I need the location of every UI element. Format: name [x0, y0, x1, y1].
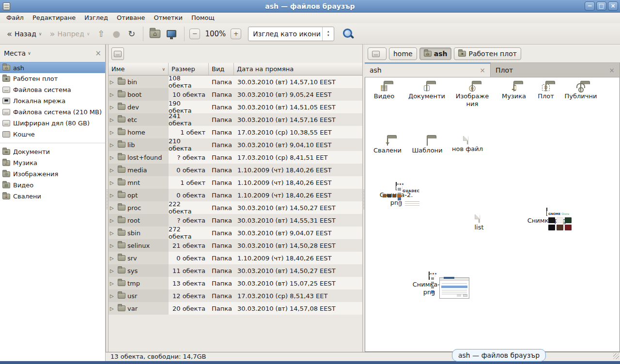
- column-header-name[interactable]: Име ∨: [108, 63, 169, 75]
- expand-arrow-icon[interactable]: [110, 193, 116, 198]
- home-button[interactable]: [148, 26, 162, 42]
- breadcrumb-button[interactable]: ash: [419, 47, 452, 60]
- table-row[interactable]: lost+found ? обекта Папка 17.03.2010 (ср…: [108, 151, 362, 164]
- back-button[interactable]: « Назад ∨: [4, 26, 45, 42]
- file-item-list[interactable]: list: [462, 215, 496, 231]
- table-row[interactable]: bin 108 обекта Папка 30.03.2010 (вт) 14,…: [108, 76, 362, 88]
- table-row[interactable]: media 0 обекта Папка 1.10.2009 (чт) 18,4…: [108, 164, 362, 176]
- menu-item[interactable]: Файл: [2, 13, 28, 23]
- table-row[interactable]: mnt 1 обект Папка 1.10.2009 (чт) 18,40,2…: [108, 176, 362, 189]
- expand-arrow-icon[interactable]: [110, 155, 116, 160]
- table-row[interactable]: lib 210 обекта Папка 30.03.2010 (вт) 9,0…: [108, 138, 362, 151]
- expand-arrow-icon[interactable]: [110, 167, 116, 173]
- expand-arrow-icon[interactable]: [110, 79, 116, 85]
- table-row[interactable]: var 20 обекта Папка 30.03.2010 (вт) 14,5…: [108, 302, 362, 315]
- tab-close-icon[interactable]: ×: [609, 66, 615, 74]
- search-button[interactable]: [342, 28, 355, 40]
- image-item-snimka-2[interactable]: GUADEC Снимка-2.png: [370, 182, 423, 207]
- sidebar-place-item[interactable]: ash: [0, 62, 105, 73]
- table-row[interactable]: srv 0 обекта Папка 1.10.2009 (чт) 18,40,…: [108, 252, 362, 264]
- expand-arrow-icon[interactable]: [110, 105, 116, 110]
- column-header-date[interactable]: Дата на промяна: [234, 63, 362, 75]
- view-mode-select[interactable]: Изглед като икони ▴▾: [248, 27, 334, 41]
- zoom-in-button[interactable]: +: [231, 29, 241, 39]
- image-item-snimka[interactable]: GNOME Store Снимка.png: [520, 208, 574, 225]
- breadcrumb-button[interactable]: home: [389, 47, 417, 60]
- tab-close-icon[interactable]: ×: [480, 66, 485, 74]
- table-row[interactable]: opt 0 обекта Папка 1.10.2009 (чт) 18,40,…: [108, 189, 362, 201]
- menu-item[interactable]: Изглед: [80, 13, 112, 23]
- reload-button[interactable]: ↻: [125, 26, 138, 42]
- up-button[interactable]: ⇧: [94, 26, 108, 42]
- stop-button[interactable]: ●: [110, 26, 124, 42]
- expand-arrow-icon[interactable]: [110, 218, 116, 223]
- tab-plot[interactable]: Плот ×: [491, 62, 620, 77]
- sidebar-place-item[interactable]: Видео: [0, 180, 105, 191]
- folder-item-desktop[interactable]: Плот: [528, 84, 563, 100]
- table-row[interactable]: etc 241 обекта Папка 30.03.2010 (вт) 14,…: [108, 113, 362, 126]
- sidebar-place-item[interactable]: Файлова система (210 MB): [0, 106, 105, 118]
- sidebar-place-item[interactable]: Локална мрежа: [0, 95, 105, 106]
- expand-arrow-icon[interactable]: [110, 92, 116, 97]
- expand-arrow-icon[interactable]: [110, 117, 116, 122]
- minimize-button[interactable]: −: [585, 1, 595, 11]
- column-header-size[interactable]: Размер: [169, 63, 209, 75]
- table-row[interactable]: dev 190 обекта Папка 30.03.2010 (вт) 14,…: [108, 101, 362, 113]
- table-row[interactable]: sys 11 обекта Папка 30.03.2010 (вт) 14,5…: [108, 264, 362, 277]
- expand-arrow-icon[interactable]: [110, 130, 116, 135]
- table-row[interactable]: home 1 обект Папка 17.03.2010 (ср) 10,38…: [108, 126, 362, 138]
- tab-ash[interactable]: ash ×: [365, 62, 491, 77]
- sidebar-place-item[interactable]: Файлова система: [0, 84, 105, 95]
- table-row[interactable]: selinux 21 обекта Папка 30.03.2010 (вт) …: [108, 239, 362, 252]
- sidebar-place-item[interactable]: Шифриран дял (80 GB): [0, 118, 105, 129]
- expand-arrow-icon[interactable]: [110, 256, 116, 261]
- table-row[interactable]: sbin 272 обекта Папка 30.03.2010 (вт) 9,…: [108, 227, 362, 239]
- table-row[interactable]: root ? обекта Папка 30.03.2010 (вт) 14,5…: [108, 214, 362, 227]
- menu-item[interactable]: Редактиране: [28, 13, 80, 23]
- image-item-snimka-1[interactable]: Снимка-1.png: [403, 272, 456, 297]
- forward-button[interactable]: » Напред ∨: [46, 26, 93, 42]
- maximize-button[interactable]: □: [596, 1, 606, 11]
- folder-item-images[interactable]: Изображения: [455, 84, 490, 108]
- folder-item-public[interactable]: Публични: [563, 84, 598, 100]
- expand-arrow-icon[interactable]: [110, 142, 116, 148]
- table-row[interactable]: usr 12 обекта Папка 17.03.2010 (ср) 8,51…: [108, 289, 362, 302]
- table-row[interactable]: tmp 13 обекта Папка 30.03.2010 (вт) 15,0…: [108, 277, 362, 289]
- table-row[interactable]: boot 10 обекта Папка 30.03.2010 (вт) 9,0…: [108, 88, 362, 101]
- menu-item[interactable]: Отиване: [112, 13, 149, 23]
- breadcrumb-button[interactable]: Работен плот: [454, 47, 521, 60]
- folder-item-downloads[interactable]: Свалени: [370, 138, 405, 154]
- resize-grip[interactable]: [613, 353, 619, 359]
- computer-button[interactable]: [164, 26, 179, 42]
- column-header-type[interactable]: Вид: [209, 63, 234, 75]
- sidebar-place-item[interactable]: Кошче: [0, 129, 105, 140]
- expand-arrow-icon[interactable]: [110, 180, 116, 185]
- table-row[interactable]: proc 222 обекта Папка 30.03.2010 (вт) 14…: [108, 201, 362, 214]
- file-item-new-file[interactable]: нов файл: [450, 136, 485, 153]
- expand-arrow-icon[interactable]: [110, 243, 116, 248]
- expand-arrow-icon[interactable]: [110, 268, 116, 273]
- expand-arrow-icon[interactable]: [110, 281, 116, 286]
- folder-item-video[interactable]: Видео: [367, 84, 402, 100]
- folder-item-music[interactable]: Музика: [496, 84, 531, 100]
- close-button[interactable]: ×: [608, 1, 618, 11]
- menu-item[interactable]: Отметки: [149, 13, 186, 23]
- sidebar-place-item[interactable]: Документи: [0, 146, 105, 157]
- breadcrumb-button[interactable]: [368, 47, 387, 60]
- folder-item-documents[interactable]: Документи: [407, 84, 446, 100]
- menu-item[interactable]: Помощ: [187, 13, 219, 23]
- expand-arrow-icon[interactable]: [110, 306, 116, 311]
- expand-arrow-icon[interactable]: [110, 293, 116, 299]
- expand-arrow-icon[interactable]: [110, 230, 116, 236]
- taskbar-window-badge[interactable]: ash — файлов браузър: [452, 349, 546, 362]
- sidebar-title[interactable]: Места: [4, 49, 26, 57]
- folder-item-templates[interactable]: Шаблони: [410, 138, 445, 154]
- filesystem-root-button[interactable]: [111, 47, 124, 60]
- sidebar-close-button[interactable]: ×: [95, 49, 101, 58]
- sidebar-place-item[interactable]: Музика: [0, 157, 105, 168]
- sidebar-place-item[interactable]: Изображения: [0, 168, 105, 180]
- zoom-out-button[interactable]: −: [189, 29, 200, 39]
- sidebar-place-item[interactable]: Свалени: [0, 191, 105, 202]
- sidebar-place-item[interactable]: Работен плот: [0, 73, 105, 84]
- expand-arrow-icon[interactable]: [110, 205, 116, 211]
